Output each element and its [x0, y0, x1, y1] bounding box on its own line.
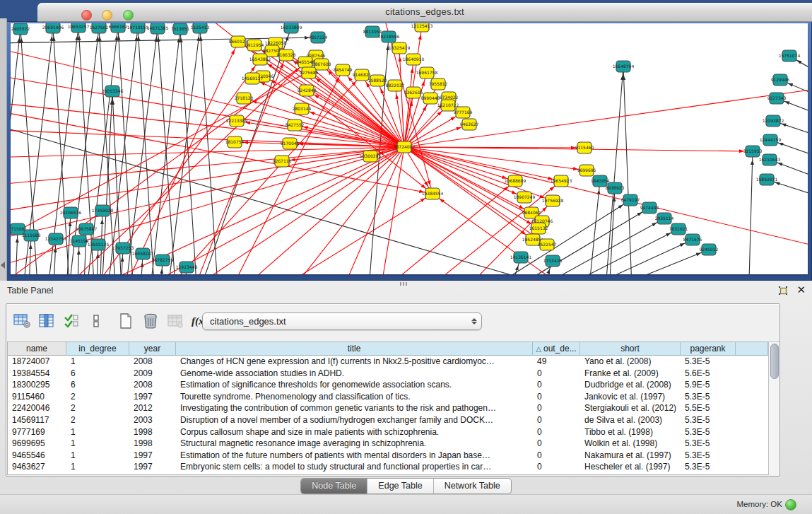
float-panel-icon[interactable]: [777, 285, 789, 297]
table-header-row: namein_degreeyeartitle△out_de...shortpag…: [8, 342, 768, 356]
network-node-label: 17957253: [112, 245, 134, 250]
network-node-label: 2803144: [293, 106, 312, 111]
table-row[interactable]: 969969511998Structural magnetic resonanc…: [8, 438, 768, 450]
column-header-name[interactable]: name: [8, 342, 66, 356]
cell-pagerank: 5.3E-5: [681, 414, 736, 426]
network-edge[interactable]: [433, 194, 590, 274]
cell-name: 18300295: [8, 379, 66, 391]
network-node-label: 3215953: [743, 148, 763, 153]
column-header-year[interactable]: year: [129, 342, 176, 356]
delete-column-icon[interactable]: [141, 312, 160, 330]
network-edge[interactable]: [11, 147, 404, 214]
network-edge[interactable]: [404, 59, 413, 147]
network-node-label: 8938923: [606, 185, 625, 190]
network-node-label: 18640910: [403, 57, 425, 62]
table-row[interactable]: 1830029562008Estimation of significance …: [8, 379, 768, 391]
table-row[interactable]: 1456911722003Disruption of a novel membe…: [8, 414, 768, 426]
network-node-label: 13505135: [88, 242, 110, 247]
cell-year: 1997: [129, 391, 176, 403]
scrollbar-thumb[interactable]: [770, 344, 779, 379]
network-window-titlebar[interactable]: citations_edges.txt: [37, 3, 812, 22]
network-edge[interactable]: [15, 229, 18, 274]
table-panel-title: Table Panel: [7, 286, 53, 296]
network-edge[interactable]: [569, 250, 709, 274]
network-node-label: 12444159: [760, 137, 782, 142]
table-row[interactable]: 946554611997Estimation of the future num…: [8, 450, 768, 462]
cell-out_de: 0: [533, 391, 580, 403]
network-view-window: 1872400786601238912954182260589827508165…: [6, 3, 812, 281]
network-node-label: 9684067: [522, 210, 541, 215]
network-edge[interactable]: [748, 151, 753, 274]
network-edge[interactable]: [251, 194, 433, 274]
network-node-label: 9227343: [767, 95, 787, 100]
network-edge[interactable]: [106, 28, 138, 274]
network-edge[interactable]: [548, 240, 693, 274]
network-edge[interactable]: [623, 66, 632, 274]
network-edge[interactable]: [11, 147, 404, 186]
network-node-label: 9170041: [281, 141, 300, 146]
collapse-panel-arrow-icon[interactable]: [1, 262, 5, 269]
cell-title: Tourette syndrome. Phenomenology and cla…: [176, 391, 533, 403]
tab-node-table[interactable]: Node Table: [301, 479, 367, 493]
table-row[interactable]: 2242004622012Investigating the contribut…: [8, 402, 768, 414]
table-row[interactable]: 1872400712008Changes of HCN gene express…: [8, 356, 768, 368]
network-node-label: 12125413: [411, 23, 433, 28]
table-options-icon[interactable]: [13, 312, 31, 330]
cell-pagerank: 5.9E-5: [681, 379, 736, 391]
network-graph[interactable]: 1872400786601238912954182260589827508165…: [11, 23, 808, 274]
close-panel-icon[interactable]: ✕: [796, 284, 806, 296]
network-edge[interactable]: [117, 42, 238, 274]
column-header-pagerank[interactable]: pagerank: [681, 342, 736, 356]
table-row[interactable]: 977716911998Corpus callosum shape and si…: [8, 426, 768, 438]
network-node-label: 15751074: [779, 53, 801, 58]
cell-year: 2008: [129, 356, 176, 368]
tab-network-table[interactable]: Network Table: [434, 479, 511, 493]
cell-in_degree: 2: [66, 414, 129, 426]
network-node-label: 14569117: [242, 76, 264, 81]
cell-year: 1998: [129, 426, 176, 438]
network-node-label: 8912954: [245, 42, 264, 47]
cell-short: Franke et al. (2009): [580, 368, 681, 380]
table-panel: Table Panel ✕: [0, 281, 812, 514]
network-edge[interactable]: [484, 208, 649, 274]
column-header-out_de[interactable]: △out_de...: [533, 342, 580, 356]
network-edge[interactable]: [404, 147, 808, 250]
network-node-label: 17359928: [92, 208, 114, 213]
network-edge[interactable]: [604, 66, 623, 274]
network-edge[interactable]: [110, 147, 404, 274]
table-row[interactable]: 911546021997Tourette syndrome. Phenomeno…: [8, 391, 768, 403]
network-table-selector[interactable]: citations_edges.txt: [202, 313, 482, 330]
cell-year: 1998: [129, 438, 176, 450]
network-node-label: 1362615: [404, 90, 423, 95]
table-row[interactable]: 946362711997Embryonic stem cells: a mode…: [8, 461, 768, 473]
network-edge[interactable]: [158, 28, 177, 274]
network-node-label: 12923448: [176, 264, 198, 269]
row-height-icon[interactable]: [87, 312, 105, 330]
network-edge[interactable]: [252, 78, 404, 147]
show-columns-icon[interactable]: [37, 312, 56, 330]
network-edge[interactable]: [279, 147, 404, 274]
column-header-title[interactable]: title: [176, 342, 533, 356]
network-edge[interactable]: [166, 28, 200, 274]
cell-out_de: 0: [533, 426, 580, 438]
table-vertical-scrollbar[interactable]: [768, 341, 779, 475]
network-edge[interactable]: [124, 28, 158, 274]
network-canvas[interactable]: 1872400786601238912954182260589827508165…: [11, 23, 808, 274]
cell-in_degree: 2: [66, 391, 129, 403]
select-rows-icon[interactable]: [62, 312, 81, 330]
network-node-label: 2522547: [538, 242, 557, 247]
column-header-in_degree[interactable]: in_degree: [66, 342, 129, 356]
memory-status-label: Memory: OK: [736, 500, 782, 508]
column-header-short[interactable]: short: [580, 342, 681, 356]
table-row[interactable]: 1938455462009Genome-wide association stu…: [8, 368, 768, 380]
cell-pagerank: 5.3E-5: [681, 438, 736, 450]
network-node-label: 19218596: [378, 34, 400, 39]
create-column-icon[interactable]: [117, 312, 135, 330]
tab-edge-table[interactable]: Edge Table: [367, 479, 433, 493]
network-node-label: 18724007: [394, 144, 416, 149]
network-edge[interactable]: [11, 29, 20, 274]
network-node-label: 7857224: [309, 35, 328, 40]
cell-title: Structural magnetic resonance image aver…: [176, 438, 533, 450]
cell-out_de: 0: [533, 368, 580, 380]
network-edge[interactable]: [200, 28, 219, 274]
